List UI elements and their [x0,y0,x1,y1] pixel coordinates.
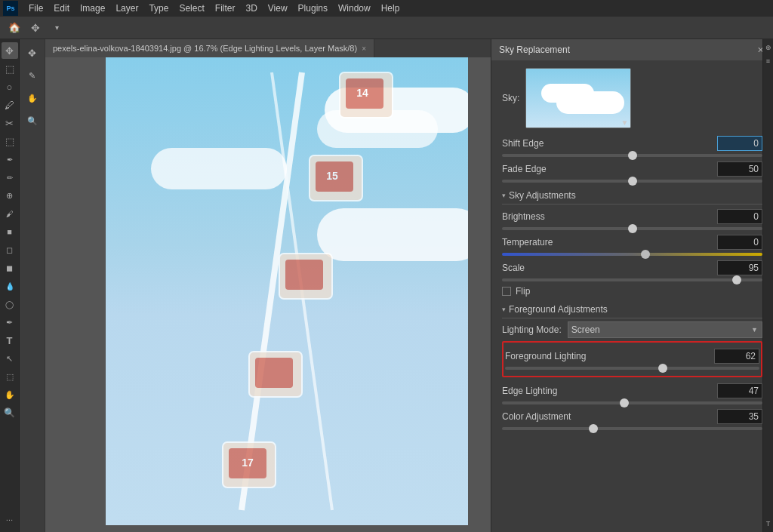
foreground-lighting-slider-row[interactable] [505,367,759,370]
color-adjustment-input[interactable] [717,409,762,424]
shift-edge-thumb[interactable] [628,151,637,160]
color-adjustment-thumb[interactable] [589,424,598,433]
brightness-thumb[interactable] [628,224,637,233]
blur-tool[interactable]: 💧 [2,278,18,294]
tab-close-button[interactable]: × [362,45,366,53]
menu-image[interactable]: Image [75,2,109,15]
scale-input[interactable] [717,260,762,275]
fade-edge-label: Fade Edge [502,164,547,174]
scale-label: Scale [502,263,525,273]
dialog-title-bar: Sky Replacement ✕ [491,39,773,60]
shift-edge-input[interactable] [717,136,762,151]
dodge-tool[interactable]: ◯ [2,296,18,312]
shift-edge-slider-row[interactable] [502,154,762,157]
menu-type[interactable]: Type [144,2,173,15]
menu-layer[interactable]: Layer [111,2,143,15]
edge-lighting-row: Edge Lighting [502,383,762,398]
canvas-with-tools: ✥ ✎ ✋ 🔍 pexels-elina-volkova-18403914.jp… [20,39,491,532]
menu-help[interactable]: Help [377,2,405,15]
heal-tool[interactable]: ✏ [2,169,18,186]
lighting-mode-row: Lighting Mode: Screen Multiply Normal [502,321,762,338]
foreground-lighting-highlighted: Foreground Lighting [502,341,762,377]
fade-edge-thumb[interactable] [628,177,637,186]
sky-preview-row: Sky: ▼ [502,68,762,128]
clone-tool[interactable]: 🖌 [2,205,18,222]
sky-adjustments-header[interactable]: ▾ Sky Adjustments [502,190,762,201]
file-tab[interactable]: pexels-elina-volkova-18403914.jpg @ 16.7… [45,39,374,57]
quick-select-tool[interactable]: 🖊 [2,97,18,113]
eyedropper-tool[interactable]: ✒ [2,151,18,168]
crop-tool[interactable]: ✂ [2,115,18,131]
zoom-tool[interactable]: 🔍 [2,404,18,421]
menu-window[interactable]: Window [334,2,375,15]
history-tool[interactable]: ■ [2,223,18,240]
menu-view[interactable]: View [263,2,292,15]
fade-edge-input[interactable] [717,161,762,177]
move-tool-icon[interactable]: ✥ [27,20,44,36]
flip-row: Flip [502,286,762,297]
scale-slider-row[interactable] [502,278,762,281]
svg-text:15: 15 [326,170,338,182]
lighting-mode-wrapper[interactable]: Screen Multiply Normal [568,321,762,338]
path-select-tool[interactable]: ↖ [2,350,18,367]
right-panel: Sky Replacement ✕ Sky: ▼ [491,39,773,532]
brightness-input[interactable] [717,209,762,224]
edge-lighting-label: Edge Lighting [502,386,557,396]
canvas-zoom-icon[interactable]: 🔍 [23,112,42,130]
move-tool[interactable]: ✥ [2,42,18,59]
frame-tool[interactable]: ⬚ [2,133,18,149]
brush-tool[interactable]: ⊕ [2,187,18,204]
canvas-hand-icon[interactable]: ✋ [23,89,42,107]
foreground-lighting-thumb[interactable] [658,364,667,373]
edge-lighting-thumb[interactable] [620,398,629,407]
menu-3d[interactable]: 3D [241,2,261,15]
temperature-track [502,253,762,256]
temperature-slider-row[interactable] [502,253,762,256]
edge-lighting-input[interactable] [717,383,762,398]
temperature-thumb[interactable] [641,250,650,259]
sky-preview-wrapper[interactable]: ▼ [525,68,631,128]
foreground-adjustments-collapse-icon: ▾ [502,306,506,313]
shift-edge-track [502,154,762,157]
canvas-inner: pexels-elina-volkova-18403914.jpg @ 16.7… [45,39,491,532]
flip-checkbox[interactable] [502,287,511,296]
foreground-lighting-input[interactable] [714,349,759,364]
menu-filter[interactable]: Filter [211,2,240,15]
canvas-brush-icon[interactable]: ✎ [23,66,42,85]
text-tool[interactable]: T [2,332,18,349]
right-strip-tool-1[interactable]: ⊕ [765,44,771,51]
fade-edge-slider-row[interactable] [502,180,762,183]
toolbar-chevron[interactable]: ▾ [48,20,65,36]
menu-select[interactable]: Select [174,2,208,15]
canvas-move-icon[interactable]: ✥ [23,44,42,62]
hand-tool[interactable]: ✋ [2,386,18,403]
right-strip-tool-3[interactable]: T [766,520,771,527]
color-adjustment-slider-row[interactable] [502,427,762,430]
shape-tool[interactable]: ⬚ [2,368,18,385]
fade-edge-row: Fade Edge [502,161,762,177]
brightness-slider-row[interactable] [502,227,762,230]
temperature-input[interactable] [717,235,762,250]
dialog-body: Sky: ▼ Shift Edge [491,60,773,442]
scale-thumb[interactable] [732,275,741,284]
svg-text:14: 14 [356,87,368,99]
menu-edit[interactable]: Edit [49,2,74,15]
menu-plugins[interactable]: Plugins [294,2,332,15]
menu-file[interactable]: File [24,2,48,15]
file-tab-name: pexels-elina-volkova-18403914.jpg @ 16.7… [53,44,357,53]
color-adjustment-track [502,427,762,430]
edge-lighting-slider-row[interactable] [502,401,762,404]
gradient-tool[interactable]: ◼ [2,260,18,276]
foreground-adjustments-header[interactable]: ▾ Foreground Adjustments [502,304,762,315]
flip-label: Flip [516,286,530,297]
home-icon[interactable]: 🏠 [6,20,23,36]
right-strip-tool-2[interactable]: ≡ [766,57,770,65]
left-tools-panel: ✥ ⬚ ○ 🖊 ✂ ⬚ ✒ ✏ ⊕ 🖌 ■ ◻ ◼ 💧 ◯ ✒ T ↖ ⬚ ✋ … [0,39,20,532]
lasso-tool[interactable]: ○ [2,78,18,95]
select-tool[interactable]: ⬚ [2,60,18,77]
canvas-container: 14 15 [45,57,491,532]
more-tools[interactable]: … [2,509,18,526]
pen-tool[interactable]: ✒ [2,314,18,331]
eraser-tool[interactable]: ◻ [2,241,18,258]
lighting-mode-select[interactable]: Screen Multiply Normal [568,321,762,338]
